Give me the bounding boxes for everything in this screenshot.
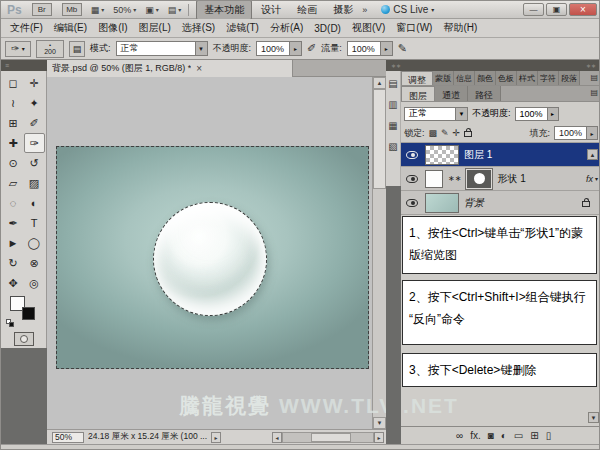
tab-character[interactable]: 字符: [538, 71, 559, 85]
lock-all-icon[interactable]: [464, 131, 472, 137]
dodge-tool[interactable]: ◐: [24, 193, 45, 213]
pen-tool[interactable]: ✒: [3, 213, 24, 233]
pearl-circle-selection[interactable]: [153, 202, 267, 316]
adjustment-layer-icon[interactable]: ◐: [501, 431, 507, 441]
background-color-swatch[interactable]: [22, 307, 35, 320]
cs-live-button[interactable]: CS Live ▾: [381, 4, 434, 15]
menu-item[interactable]: 3D(D): [310, 21, 345, 36]
new-layer-icon[interactable]: ⊞: [530, 431, 538, 441]
close-tab-icon[interactable]: ×: [196, 63, 202, 74]
lock-transparency-icon[interactable]: ▩: [429, 128, 438, 138]
blur-tool[interactable]: ◌: [3, 193, 24, 213]
blend-mode-select[interactable]: 正常 ▼: [116, 41, 208, 56]
menu-item[interactable]: 分析(A): [266, 19, 307, 37]
tablet-pressure-icon[interactable]: ✐: [307, 42, 316, 55]
scroll-up-icon[interactable]: ▲: [373, 77, 386, 89]
canvas-area[interactable]: [47, 77, 372, 429]
rectangular-marquee-tool[interactable]: ◻: [3, 73, 24, 93]
document-image[interactable]: [56, 146, 369, 369]
layers-scroll-up-icon[interactable]: ▲: [587, 149, 598, 160]
path-selection-tool[interactable]: ►: [3, 233, 24, 253]
airbrush-icon[interactable]: ✎: [398, 42, 407, 55]
document-tab[interactable]: 背景.psd @ 50% (图层 1, RGB/8) * ×: [47, 60, 293, 77]
dock-panel-icon-1[interactable]: ▤: [388, 79, 397, 89]
tab-masks[interactable]: 蒙版: [433, 71, 454, 85]
add-layer-mask-icon[interactable]: ◙: [488, 431, 494, 441]
quick-mask-button[interactable]: [14, 332, 34, 346]
gradient-tool[interactable]: ▨: [24, 173, 45, 193]
healing-brush-tool[interactable]: ✚: [3, 133, 24, 153]
panel-menu-icon[interactable]: ▤: [587, 86, 600, 101]
eraser-tool[interactable]: ▱: [3, 173, 24, 193]
visibility-toggle[interactable]: [404, 151, 420, 159]
panel-drag-bar[interactable]: ∗∗ ∗∗: [386, 60, 600, 71]
lock-position-icon[interactable]: ✛: [453, 128, 461, 138]
tab-paths[interactable]: 路径: [468, 86, 501, 101]
layer-thumbnail[interactable]: [425, 170, 443, 188]
workspace-overflow-button[interactable]: »: [362, 5, 367, 15]
vector-mask-thumbnail[interactable]: [466, 169, 492, 189]
menu-item[interactable]: 选择(S): [178, 19, 219, 37]
layer-fill-input[interactable]: 100% ▸: [554, 126, 598, 140]
dock-panel-icon-4[interactable]: ▧: [388, 142, 397, 152]
layer-blend-mode-select[interactable]: 正常 ▼: [404, 107, 468, 121]
layer-row-background[interactable]: 背景: [401, 191, 600, 215]
layer-effects-badge[interactable]: fx ▾: [586, 174, 598, 184]
menu-item[interactable]: 视图(V): [348, 19, 389, 37]
brush-tool[interactable]: ✑: [24, 133, 45, 153]
bridge-button[interactable]: Br: [32, 3, 52, 16]
status-options-icon[interactable]: ▸: [211, 432, 221, 443]
tab-swatches[interactable]: 色板: [496, 71, 517, 85]
tool-preset-picker[interactable]: ✑ ▾: [5, 41, 31, 57]
menu-item[interactable]: 文件(F): [6, 19, 47, 37]
history-brush-tool[interactable]: ↺: [24, 153, 45, 173]
ellipse-tool[interactable]: ◯: [24, 233, 45, 253]
workspace-design[interactable]: 设计: [254, 1, 288, 19]
hand-tool[interactable]: ✥: [3, 273, 24, 293]
brush-preset-picker[interactable]: • 200: [36, 40, 64, 58]
dock-panel-icon-3[interactable]: ▦: [388, 121, 397, 131]
close-button[interactable]: ×: [569, 3, 597, 16]
menu-item[interactable]: 图像(I): [94, 19, 131, 37]
opacity-input[interactable]: 100% ▸: [256, 41, 302, 56]
toolbar-header[interactable]: ≡: [1, 60, 47, 71]
vertical-scrollbar[interactable]: ▲ ▼: [372, 77, 386, 429]
tab-info[interactable]: 信息: [454, 71, 475, 85]
scrollbar-track[interactable]: [282, 432, 374, 443]
tab-layers[interactable]: 图层: [401, 86, 435, 101]
horizontal-scrollbar[interactable]: ◂ ▸: [272, 432, 384, 443]
3d-orbit-tool[interactable]: ⊗: [24, 253, 45, 273]
layer-opacity-input[interactable]: 100% ▸: [515, 107, 559, 121]
quick-selection-tool[interactable]: ✦: [24, 93, 45, 113]
layer-row-layer1[interactable]: 图层 1 ▲: [401, 143, 600, 167]
link-layers-icon[interactable]: ∞: [456, 431, 463, 441]
toggle-brush-panel-button[interactable]: ▤: [69, 41, 85, 57]
menu-item[interactable]: 图层(L): [135, 19, 175, 37]
visibility-toggle[interactable]: [404, 175, 420, 183]
mask-link-icon[interactable]: ∗∗: [448, 174, 461, 183]
tab-styles[interactable]: 样式: [517, 71, 538, 85]
scroll-right-icon[interactable]: ▸: [374, 432, 384, 443]
screen-mode-button[interactable]: ▣ ▾: [145, 5, 159, 15]
delete-layer-icon[interactable]: ▯: [546, 431, 552, 441]
move-tool[interactable]: ✛: [24, 73, 45, 93]
crop-tool[interactable]: ⊞: [3, 113, 24, 133]
lock-paint-icon[interactable]: ✎: [441, 128, 449, 138]
restore-button[interactable]: ▣: [546, 3, 567, 16]
menu-item[interactable]: 滤镜(T): [222, 19, 263, 37]
scrollbar-thumb[interactable]: [373, 89, 386, 189]
clone-stamp-tool[interactable]: ⊙: [3, 153, 24, 173]
dock-panel-icon-2[interactable]: ▥: [388, 100, 397, 110]
panel-menu-icon[interactable]: ▤: [587, 71, 600, 85]
menu-item[interactable]: 窗口(W): [392, 19, 436, 37]
workspace-painting[interactable]: 绘画: [290, 1, 324, 19]
type-tool[interactable]: T: [24, 213, 45, 233]
visibility-toggle[interactable]: [404, 199, 420, 207]
workspace-photography[interactable]: 摄影: [326, 1, 360, 19]
tab-channels[interactable]: 通道: [435, 86, 468, 101]
scrollbar-thumb[interactable]: [311, 433, 351, 442]
new-group-icon[interactable]: ▭: [514, 431, 523, 441]
menu-item[interactable]: 帮助(H): [439, 19, 481, 37]
layers-scroll-down-icon[interactable]: ▼: [588, 412, 599, 423]
minimize-button[interactable]: —: [523, 3, 544, 16]
